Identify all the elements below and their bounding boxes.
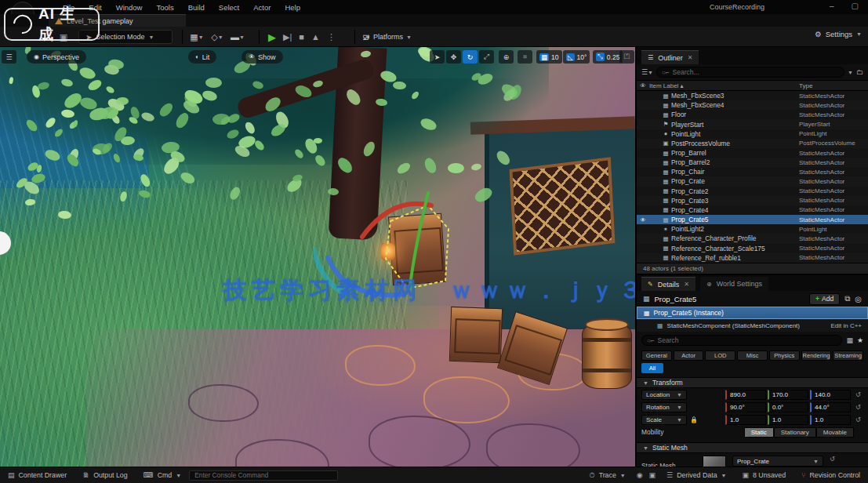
output-log-button[interactable]: 🗎 Output Log (74, 467, 136, 483)
details-search-input[interactable] (658, 336, 837, 344)
level-viewport[interactable]: 技艺学习素材网 ｗｗｗ．ｊｙ３ｄ．ｃｎ (0, 47, 635, 467)
rotate-tool-icon[interactable]: ↻ (463, 50, 478, 64)
outliner-row[interactable]: ⚑PlayerStartPlayerStart (637, 119, 868, 129)
filter-chip-general[interactable]: General (641, 350, 672, 361)
rotation-snap-toggle[interactable]: ◺ 10° (563, 50, 590, 64)
cinematics-dropdown[interactable]: ▬▼ (229, 30, 246, 44)
filter-chip-physics[interactable]: Physics (769, 350, 800, 361)
bridge-icon[interactable]: ▣ (646, 471, 659, 479)
menu-item-build[interactable]: Build (188, 3, 205, 12)
transform-section-header[interactable]: ▼ Transform (637, 377, 868, 388)
frame-skip-button[interactable]: ▶| (283, 32, 292, 42)
menu-item-actor[interactable]: Actor (253, 3, 271, 12)
instance-row[interactable]: ▦ Prop_Crate5 (Instance) (637, 307, 868, 319)
rotation-y-field[interactable]: 0.0° (768, 402, 808, 412)
cmd-dropdown[interactable]: ⌨ Cmd ▼ (136, 467, 190, 483)
reset-icon[interactable]: ↺ (855, 404, 863, 411)
filter-chip-lod[interactable]: LOD (705, 350, 735, 361)
move-tool-icon[interactable]: ✥ (446, 50, 461, 64)
reset-icon[interactable]: ↺ (855, 391, 863, 398)
outliner-row[interactable]: ▦Prop_BarrelStaticMeshActor (637, 148, 868, 158)
outliner-row[interactable]: ▦Mesh_FbxScene4StaticMeshActor (637, 100, 868, 110)
outliner-row[interactable]: ✶PointLight2PointLight (637, 224, 868, 234)
scale-y-field[interactable]: 1.0 (768, 415, 808, 425)
close-icon[interactable]: ✕ (688, 54, 693, 61)
settings-dropdown[interactable]: ⚙ Settings ▼ (815, 30, 862, 38)
menu-item-select[interactable]: Select (219, 3, 239, 12)
outliner-row[interactable]: 👁▦Prop_Crate5StaticMeshActor (637, 215, 868, 224)
outliner-search-input[interactable] (673, 68, 840, 76)
trace-dropdown[interactable]: ⏱ Trace ▼ (582, 471, 634, 480)
derived-data-dropdown[interactable]: ☰ Derived Data ▼ (659, 471, 734, 479)
rotation-x-field[interactable]: 90.0° (725, 402, 766, 412)
component-row[interactable]: ▦ StaticMeshComponent (StaticMeshCompone… (637, 319, 868, 332)
outliner-search[interactable]: ○⌐ (656, 67, 844, 78)
grid-snap-toggle[interactable]: ▦ 10 (536, 50, 562, 64)
play-options-kebab-icon[interactable]: ⋮ (327, 32, 336, 42)
close-icon[interactable]: ✕ (684, 281, 689, 288)
unsaved-button[interactable]: ▣ 8 Unsaved (734, 471, 794, 479)
chevron-down-icon[interactable]: ▼ (848, 70, 853, 75)
outliner-row[interactable]: ▦Prop_Crate3StaticMeshActor (637, 196, 868, 205)
platforms-dropdown[interactable]: 🖳 Platforms ▼ (362, 30, 412, 44)
world-settings-tab[interactable]: ⊕ World Settings (700, 277, 768, 291)
rotation-z-field[interactable]: 44.0° (810, 402, 851, 412)
type-column[interactable]: Type (799, 82, 868, 89)
location-x-field[interactable]: 890.0 (725, 390, 766, 400)
menu-item-window[interactable]: Window (116, 3, 143, 12)
scale-x-field[interactable]: 1.0 (725, 415, 766, 425)
static-mesh-dropdown[interactable]: Prop_Crate ▼ (732, 456, 823, 467)
surface-snap-icon[interactable]: ⌗ (518, 50, 532, 64)
blueprints-dropdown[interactable]: ◇▼ (209, 30, 226, 44)
maximize-button[interactable]: ▢ (852, 2, 859, 10)
perspective-dropdown[interactable]: ◉ Perspective (27, 50, 86, 64)
outliner-row[interactable]: ▣PostProcessVolumePostProcessVolume (637, 139, 868, 148)
outliner-tab[interactable]: ☰ Outliner ✕ (641, 50, 699, 64)
all-filter-chip[interactable]: All (641, 363, 663, 373)
menu-item-tools[interactable]: Tools (156, 3, 173, 12)
world-space-icon[interactable]: ⊕ (499, 50, 514, 64)
outliner-row[interactable]: ▦FloorStaticMeshActor (637, 110, 868, 119)
menu-item-help[interactable]: Help (285, 3, 300, 12)
outliner-row[interactable]: ▦Prop_Barrel2StaticMeshActor (637, 158, 868, 167)
mobility-static[interactable]: Static (744, 427, 774, 438)
outliner-row[interactable]: ▦Mesh_FbxScene3StaticMeshActor (637, 91, 868, 100)
outliner-row[interactable]: ●PointLightPointLight (637, 129, 868, 139)
eye-icon[interactable]: 👁 (637, 217, 649, 223)
lit-dropdown[interactable]: ◐ Lit (188, 50, 216, 64)
reset-icon[interactable]: ↺ (830, 456, 837, 463)
fab-icon[interactable]: ◉ (634, 471, 646, 479)
favorites-star-icon[interactable]: ★ (857, 336, 863, 344)
location-z-field[interactable]: 140.0 (810, 390, 851, 400)
outliner-row[interactable]: ▦Reference_Character_ProfileStaticMeshAc… (637, 234, 868, 243)
filter-icon[interactable]: ☰▼ (641, 68, 653, 76)
outliner-row[interactable]: ▦Prop_Crate4StaticMeshActor (637, 205, 868, 215)
outliner-row[interactable]: ▦Prop_Crate2StaticMeshActor (637, 187, 868, 196)
outliner-row[interactable]: ▦Reference_Character_Scale175StaticMeshA… (637, 244, 868, 253)
scale-dropdown[interactable]: Scale▼ (641, 415, 687, 425)
info-icon[interactable]: ◎ (855, 295, 862, 303)
content-drawer-button[interactable]: ▤ Content Drawer (0, 467, 74, 483)
select-tool-icon[interactable]: ➤ (430, 50, 445, 64)
scale-z-field[interactable]: 1.0 (810, 415, 851, 425)
stop-button[interactable]: ■ (299, 32, 304, 42)
filter-chip-rendering[interactable]: Rendering (801, 350, 832, 361)
static-mesh-section-header[interactable]: ▼ Static Mesh (637, 442, 868, 453)
viewport-menu-icon[interactable]: ☰ (2, 50, 16, 64)
play-button[interactable]: ▶ (268, 31, 276, 43)
outliner-row[interactable]: ▦Prop_ChairStaticMeshActor (637, 167, 868, 176)
reset-icon[interactable]: ↺ (855, 416, 863, 423)
details-tab[interactable]: ✎ Details ✕ (641, 277, 695, 291)
details-search[interactable]: ○⌐ (641, 335, 842, 346)
edit-in-cpp-link[interactable]: Edit in C++ (830, 322, 862, 329)
scale-tool-icon[interactable]: ⤢ (479, 50, 494, 64)
mobility-stationary[interactable]: Stationary (774, 427, 816, 438)
location-y-field[interactable]: 170.0 (768, 390, 808, 400)
show-dropdown[interactable]: 👁 Show (242, 50, 283, 64)
lock-icon[interactable]: 🔒 (690, 416, 698, 423)
mobility-movable[interactable]: Movable (816, 427, 854, 438)
add-component-button[interactable]: + Add (809, 293, 840, 305)
eject-button[interactable]: ▲ (311, 32, 320, 42)
camera-speed-icon[interactable]: ⏍ (619, 50, 634, 64)
console-command-input[interactable] (189, 470, 338, 481)
